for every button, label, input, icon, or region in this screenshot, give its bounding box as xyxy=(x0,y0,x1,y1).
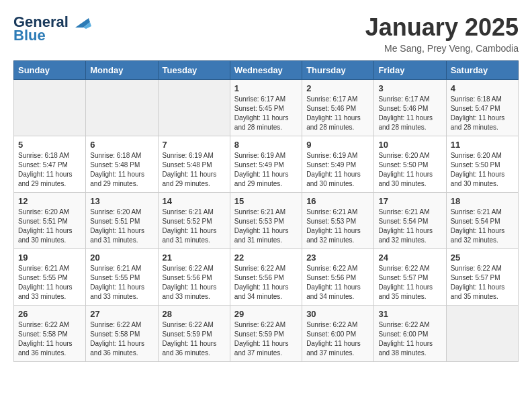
calendar-cell: 9Sunrise: 6:19 AM Sunset: 5:49 PM Daylig… xyxy=(302,136,374,193)
day-info: Sunrise: 6:17 AM Sunset: 5:46 PM Dayligh… xyxy=(306,95,369,132)
day-number: 7 xyxy=(163,140,226,150)
day-number: 14 xyxy=(163,196,226,206)
logo: General Blue xyxy=(13,13,91,44)
calendar-cell: 21Sunrise: 6:22 AM Sunset: 5:56 PM Dayli… xyxy=(158,249,230,306)
day-info: Sunrise: 6:20 AM Sunset: 5:51 PM Dayligh… xyxy=(18,208,81,245)
day-info: Sunrise: 6:17 AM Sunset: 5:46 PM Dayligh… xyxy=(378,95,441,132)
day-number: 21 xyxy=(163,253,226,263)
day-info: Sunrise: 6:22 AM Sunset: 5:59 PM Dayligh… xyxy=(163,320,226,358)
day-number: 27 xyxy=(90,309,153,319)
calendar-cell: 24Sunrise: 6:22 AM Sunset: 5:57 PM Dayli… xyxy=(374,249,446,306)
day-info: Sunrise: 6:22 AM Sunset: 5:56 PM Dayligh… xyxy=(163,264,226,302)
day-number: 23 xyxy=(306,253,369,263)
day-info: Sunrise: 6:20 AM Sunset: 5:51 PM Dayligh… xyxy=(90,208,153,245)
day-number: 26 xyxy=(18,309,81,319)
day-info: Sunrise: 6:21 AM Sunset: 5:55 PM Dayligh… xyxy=(90,264,153,302)
title-section: January 2025 Me Sang, Prey Veng, Cambodi… xyxy=(365,13,519,54)
calendar-week-2: 5Sunrise: 6:18 AM Sunset: 5:47 PM Daylig… xyxy=(14,136,519,193)
day-number: 28 xyxy=(163,309,226,319)
day-info: Sunrise: 6:22 AM Sunset: 5:59 PM Dayligh… xyxy=(234,320,298,358)
calendar-cell xyxy=(14,80,86,136)
calendar-cell: 1Sunrise: 6:17 AM Sunset: 5:45 PM Daylig… xyxy=(230,80,302,136)
calendar-cell: 7Sunrise: 6:19 AM Sunset: 5:48 PM Daylig… xyxy=(158,136,230,193)
calendar-cell: 22Sunrise: 6:22 AM Sunset: 5:56 PM Dayli… xyxy=(230,249,302,306)
calendar-cell: 30Sunrise: 6:22 AM Sunset: 6:00 PM Dayli… xyxy=(302,306,374,362)
day-info: Sunrise: 6:21 AM Sunset: 5:53 PM Dayligh… xyxy=(234,208,298,245)
header: General Blue January 2025 Me Sang, Prey … xyxy=(13,13,519,54)
day-number: 3 xyxy=(378,83,441,93)
day-number: 10 xyxy=(378,140,441,150)
day-info: Sunrise: 6:20 AM Sunset: 5:50 PM Dayligh… xyxy=(451,151,514,189)
calendar-title: January 2025 xyxy=(365,13,519,42)
calendar-table: SundayMondayTuesdayWednesdayThursdayFrid… xyxy=(13,60,519,362)
day-info: Sunrise: 6:18 AM Sunset: 5:47 PM Dayligh… xyxy=(18,151,81,189)
calendar-cell: 13Sunrise: 6:20 AM Sunset: 5:51 PM Dayli… xyxy=(86,193,158,249)
day-number: 31 xyxy=(378,309,441,319)
calendar-cell: 19Sunrise: 6:21 AM Sunset: 5:55 PM Dayli… xyxy=(14,249,86,306)
calendar-cell: 10Sunrise: 6:20 AM Sunset: 5:50 PM Dayli… xyxy=(374,136,446,193)
calendar-cell: 6Sunrise: 6:18 AM Sunset: 5:48 PM Daylig… xyxy=(86,136,158,193)
day-info: Sunrise: 6:18 AM Sunset: 5:48 PM Dayligh… xyxy=(90,151,153,189)
day-number: 18 xyxy=(451,196,514,206)
day-number: 1 xyxy=(234,83,298,93)
day-info: Sunrise: 6:21 AM Sunset: 5:55 PM Dayligh… xyxy=(18,264,81,302)
day-number: 4 xyxy=(451,83,514,93)
day-info: Sunrise: 6:21 AM Sunset: 5:54 PM Dayligh… xyxy=(378,208,441,245)
calendar-week-5: 26Sunrise: 6:22 AM Sunset: 5:58 PM Dayli… xyxy=(14,306,519,362)
calendar-cell: 29Sunrise: 6:22 AM Sunset: 5:59 PM Dayli… xyxy=(230,306,302,362)
day-number: 19 xyxy=(18,253,81,263)
calendar-cell: 31Sunrise: 6:22 AM Sunset: 6:00 PM Dayli… xyxy=(374,306,446,362)
day-info: Sunrise: 6:22 AM Sunset: 6:00 PM Dayligh… xyxy=(306,320,369,358)
day-info: Sunrise: 6:18 AM Sunset: 5:47 PM Dayligh… xyxy=(451,95,514,132)
day-number: 13 xyxy=(90,196,153,206)
calendar-cell: 8Sunrise: 6:19 AM Sunset: 5:49 PM Daylig… xyxy=(230,136,302,193)
day-number: 6 xyxy=(90,140,153,150)
weekday-header-monday: Monday xyxy=(86,61,158,80)
day-number: 24 xyxy=(378,253,441,263)
calendar-cell: 23Sunrise: 6:22 AM Sunset: 5:56 PM Dayli… xyxy=(302,249,374,306)
calendar-cell xyxy=(446,306,518,362)
calendar-cell: 25Sunrise: 6:22 AM Sunset: 5:57 PM Dayli… xyxy=(446,249,518,306)
day-info: Sunrise: 6:21 AM Sunset: 5:52 PM Dayligh… xyxy=(163,208,226,245)
calendar-subtitle: Me Sang, Prey Veng, Cambodia xyxy=(365,43,519,54)
day-number: 30 xyxy=(306,309,369,319)
logo-blue: Blue xyxy=(13,27,46,44)
day-info: Sunrise: 6:20 AM Sunset: 5:50 PM Dayligh… xyxy=(378,151,441,189)
day-info: Sunrise: 6:22 AM Sunset: 5:56 PM Dayligh… xyxy=(234,264,298,302)
calendar-cell: 18Sunrise: 6:21 AM Sunset: 5:54 PM Dayli… xyxy=(446,193,518,249)
weekday-header-saturday: Saturday xyxy=(446,61,518,80)
calendar-week-3: 12Sunrise: 6:20 AM Sunset: 5:51 PM Dayli… xyxy=(14,193,519,249)
calendar-cell: 28Sunrise: 6:22 AM Sunset: 5:59 PM Dayli… xyxy=(158,306,230,362)
day-info: Sunrise: 6:21 AM Sunset: 5:53 PM Dayligh… xyxy=(306,208,369,245)
weekday-header-friday: Friday xyxy=(374,61,446,80)
day-number: 20 xyxy=(90,253,153,263)
calendar-cell: 15Sunrise: 6:21 AM Sunset: 5:53 PM Dayli… xyxy=(230,193,302,249)
calendar-cell: 26Sunrise: 6:22 AM Sunset: 5:58 PM Dayli… xyxy=(14,306,86,362)
day-number: 2 xyxy=(306,83,369,93)
calendar-cell: 5Sunrise: 6:18 AM Sunset: 5:47 PM Daylig… xyxy=(14,136,86,193)
day-info: Sunrise: 6:21 AM Sunset: 5:54 PM Dayligh… xyxy=(451,208,514,245)
day-number: 11 xyxy=(451,140,514,150)
calendar-cell: 11Sunrise: 6:20 AM Sunset: 5:50 PM Dayli… xyxy=(446,136,518,193)
day-number: 8 xyxy=(234,140,298,150)
calendar-cell xyxy=(158,80,230,136)
calendar-cell: 14Sunrise: 6:21 AM Sunset: 5:52 PM Dayli… xyxy=(158,193,230,249)
calendar-cell: 3Sunrise: 6:17 AM Sunset: 5:46 PM Daylig… xyxy=(374,80,446,136)
day-number: 25 xyxy=(451,253,514,263)
calendar-cell: 27Sunrise: 6:22 AM Sunset: 5:58 PM Dayli… xyxy=(86,306,158,362)
day-number: 29 xyxy=(234,309,298,319)
weekday-header-sunday: Sunday xyxy=(14,61,86,80)
day-info: Sunrise: 6:22 AM Sunset: 6:00 PM Dayligh… xyxy=(378,320,441,358)
day-number: 5 xyxy=(18,140,81,150)
calendar-cell xyxy=(86,80,158,136)
calendar-cell: 2Sunrise: 6:17 AM Sunset: 5:46 PM Daylig… xyxy=(302,80,374,136)
weekday-header-thursday: Thursday xyxy=(302,61,374,80)
day-number: 15 xyxy=(234,196,298,206)
day-info: Sunrise: 6:22 AM Sunset: 5:58 PM Dayligh… xyxy=(90,320,153,358)
calendar-week-4: 19Sunrise: 6:21 AM Sunset: 5:55 PM Dayli… xyxy=(14,249,519,306)
day-info: Sunrise: 6:19 AM Sunset: 5:49 PM Dayligh… xyxy=(234,151,298,189)
weekday-header-row: SundayMondayTuesdayWednesdayThursdayFrid… xyxy=(14,61,519,80)
weekday-header-wednesday: Wednesday xyxy=(230,61,302,80)
calendar-cell: 12Sunrise: 6:20 AM Sunset: 5:51 PM Dayli… xyxy=(14,193,86,249)
calendar-cell: 17Sunrise: 6:21 AM Sunset: 5:54 PM Dayli… xyxy=(374,193,446,249)
